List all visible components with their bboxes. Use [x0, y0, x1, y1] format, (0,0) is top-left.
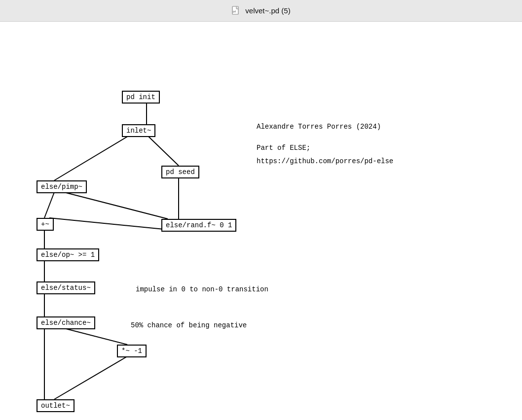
annotation-url: https://github.com/porres/pd-else	[257, 157, 393, 165]
box-else-pimp[interactable]: else/pimp~	[37, 180, 87, 193]
box-outlet-tilde[interactable]: outlet~	[37, 399, 75, 412]
annotation-part-of: Part of ELSE;	[257, 144, 310, 152]
svg-line-12	[64, 328, 127, 345]
svg-line-14	[54, 356, 127, 399]
annotation-status-desc: impulse in 0 to non-0 transition	[136, 285, 268, 293]
annotation-author: Alexandre Torres Porres (2024)	[257, 123, 381, 131]
pd-canvas: pd init inlet~ pd seed else/pimp~ +~ els…	[0, 22, 522, 420]
svg-line-4	[148, 136, 179, 166]
box-else-chance[interactable]: else/chance~	[37, 316, 95, 329]
box-else-status[interactable]: else/status~	[37, 281, 95, 294]
box-else-op[interactable]: else/op~ >= 1	[37, 248, 99, 261]
box-pd-seed[interactable]: pd seed	[161, 166, 199, 178]
pd-file-icon: pd	[231, 6, 241, 16]
box-pd-init[interactable]: pd init	[122, 91, 160, 104]
box-mul-neg1[interactable]: *~ -1	[117, 345, 147, 357]
svg-text:pd: pd	[233, 10, 236, 13]
annotation-chance-desc: 50% chance of being negative	[131, 321, 247, 329]
svg-line-8	[49, 218, 179, 231]
title-bar: pd velvet~.pd (5)	[0, 0, 522, 22]
box-else-randf[interactable]: else/rand.f~ 0 1	[161, 219, 236, 232]
svg-line-5	[44, 192, 54, 218]
svg-line-3	[54, 136, 128, 180]
box-plus-tilde[interactable]: +~	[37, 218, 54, 231]
window-title: velvet~.pd (5)	[245, 6, 290, 15]
wires-layer	[0, 22, 522, 420]
box-inlet-tilde[interactable]: inlet~	[122, 124, 155, 137]
svg-line-7	[64, 192, 168, 219]
